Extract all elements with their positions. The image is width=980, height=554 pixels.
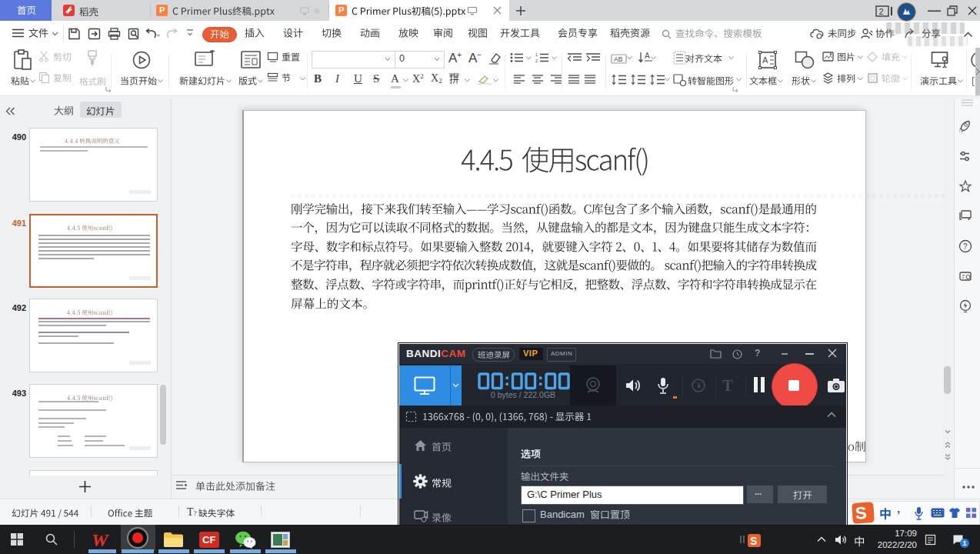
svg-text:2: 2: [879, 7, 884, 16]
svg-text:1: 1: [535, 52, 538, 57]
svg-text:A: A: [762, 55, 768, 65]
svg-text:2: 2: [535, 58, 538, 63]
svg-text:A: A: [645, 52, 650, 60]
svg-text:AB: AB: [614, 55, 623, 63]
svg-text:?: ?: [963, 242, 968, 251]
